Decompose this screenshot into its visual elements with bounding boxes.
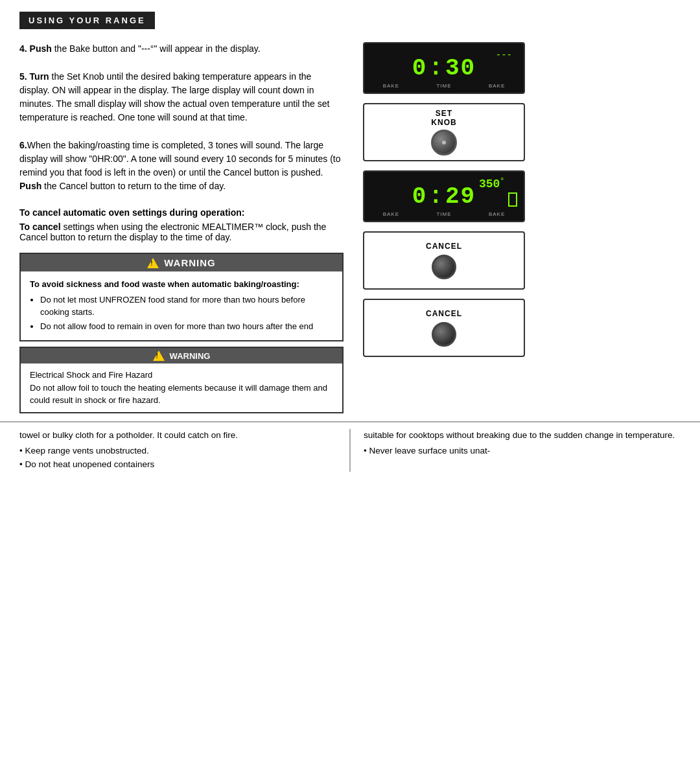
left-column: 4. Push the Bake button and "---°" will … [19, 42, 356, 413]
cancel-bold: To cancel [19, 222, 61, 232]
display1-colon: : [428, 55, 444, 82]
warning1-list: Do not let most UNFROZEN food stand for … [30, 294, 333, 333]
display2-colon: : [428, 183, 444, 210]
display1-middle: 30 [445, 55, 476, 82]
display2-label2: TIME [436, 211, 451, 217]
display-2: 0 : 29 350° BAKE TIME BAKE [363, 170, 525, 222]
warning-label-2: WARNING [170, 351, 211, 361]
right-column: 0 : 30 --- BAKE TIME BAKE SETKNOB 0 : 29 [356, 42, 531, 413]
step-4: 4. Push the Bake button and "---°" will … [19, 42, 344, 56]
display2-temp: 350° [479, 177, 504, 190]
page-header: USING YOUR RANGE [19, 12, 155, 29]
display1-label2: TIME [436, 83, 451, 89]
cancel-label-2: CANCEL [426, 309, 462, 318]
cancel-button-icon-2[interactable] [432, 322, 456, 347]
step6-bold2: Push [19, 181, 41, 191]
step5-number: 5. [19, 71, 27, 82]
warning-triangle-icon-2 [153, 351, 165, 361]
step4-text: the Bake button and "---°" will appear i… [52, 43, 261, 54]
page-title: USING YOUR RANGE [29, 16, 146, 25]
cancel-section-heading: To cancel automatic oven settings during… [19, 207, 344, 218]
step-6: 6.When the baking/roasting time is compl… [19, 139, 344, 193]
warning-header-2: WARNING [21, 348, 342, 363]
warning-header-1: WARNING [21, 254, 342, 271]
display1-label1: BAKE [383, 83, 399, 89]
bottom-right-text: suitable for cooktops without breaking d… [364, 430, 675, 440]
cancel-label-1: CANCEL [426, 242, 462, 251]
display1-right: --- [496, 50, 512, 60]
warning-box-1: WARNING To avoid sickness and food waste… [19, 253, 344, 341]
step-5: 5. Turn the Set Knob until the desired b… [19, 70, 344, 124]
step5-bold: Turn [30, 71, 49, 82]
display1-labels: BAKE TIME BAKE [364, 83, 524, 89]
warning-label-1: WARNING [164, 257, 216, 268]
display-1: 0 : 30 --- BAKE TIME BAKE [363, 42, 525, 94]
warning-body-1: To avoid sickness and food waste when au… [21, 271, 342, 340]
display2-middle: 29 [445, 183, 476, 210]
cancel-box-2: CANCEL [363, 299, 525, 357]
bottom-section: towel or bulky cloth for a potholder. It… [0, 421, 700, 472]
display2-digits: 0 : 29 [412, 183, 476, 210]
warning2-text: Do not allow foil to touch the heating e… [30, 382, 333, 407]
step6-text: When the baking/roasting time is complet… [19, 140, 341, 178]
step6-text2: the Cancel button to return to the time … [41, 181, 226, 191]
warning1-item-2: Do not allow food to remain in oven for … [40, 320, 333, 333]
bottom-right: suitable for cooktops without breaking d… [351, 429, 681, 472]
display2-temp-value: 350° [479, 178, 504, 190]
warning-body-2: Electrical Shock and Fire Hazard Do not … [21, 363, 342, 412]
display2-label1: BAKE [383, 211, 399, 217]
cancel-button-icon-1[interactable] [432, 255, 456, 279]
display2-label3: BAKE [489, 211, 505, 217]
display2-left: 0 [412, 183, 428, 210]
bottom-left: towel or bulky cloth for a potholder. It… [19, 429, 351, 472]
warning1-item-1: Do not let most UNFROZEN food stand for … [40, 294, 333, 319]
step6-number: 6. [19, 140, 27, 150]
bottom-right-list: Never leave surface units unat- [364, 444, 681, 458]
display1-digits: 0 : 30 [412, 55, 476, 82]
step4-bold: Push [30, 43, 52, 54]
knob-circle-icon[interactable] [431, 130, 457, 156]
bottom-left-bullet-1: Keep range vents unobstructed. [19, 444, 336, 458]
display2-labels: BAKE TIME BAKE [364, 211, 524, 217]
bottom-left-list: Keep range vents unobstructed. Do not he… [19, 444, 336, 472]
warning2-subheader: Electrical Shock and Fire Hazard [30, 369, 333, 382]
knob-label: SETKNOB [431, 109, 456, 127]
bake-indicator [508, 192, 517, 207]
cancel-box-1: CANCEL [363, 231, 525, 290]
bottom-left-bullet-2: Do not heat unopened containers [19, 458, 336, 472]
degree-symbol: ° [500, 177, 504, 185]
cancel-section-body: To cancel settings when using the electr… [19, 222, 344, 242]
cancel-text: settings when using the electronic MEALT… [19, 222, 326, 242]
bottom-left-text: towel or bulky cloth for a potholder. It… [19, 430, 238, 440]
knob-box: SETKNOB [363, 103, 525, 161]
bottom-right-bullet-1: Never leave surface units unat- [364, 444, 681, 458]
display1-label3: BAKE [489, 83, 505, 89]
display1-left: 0 [412, 55, 428, 82]
step5-text: the Set Knob until the desired baking te… [19, 71, 329, 122]
step4-number: 4. [19, 43, 27, 54]
warning-triangle-icon [147, 258, 159, 268]
warning-box-2: WARNING Electrical Shock and Fire Hazard… [19, 347, 344, 413]
warning1-subheader: To avoid sickness and food waste when au… [30, 278, 333, 291]
